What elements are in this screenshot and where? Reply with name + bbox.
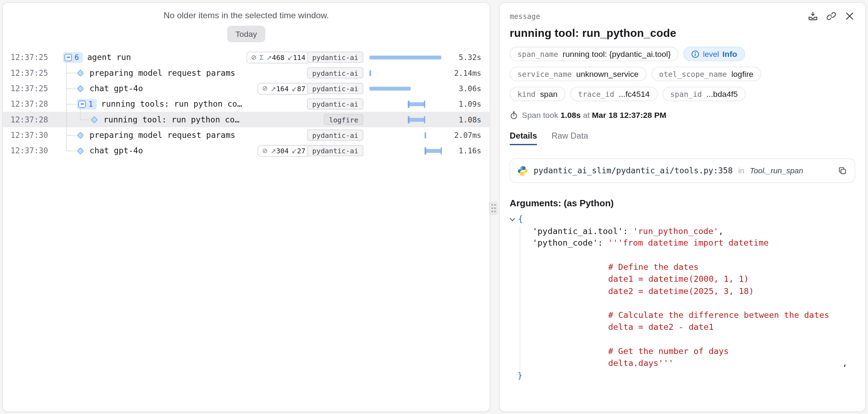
trace-row[interactable]: 12:37:281running tools: run_python_codep… <box>3 96 490 112</box>
code-line <box>520 334 855 346</box>
in-word: in <box>738 167 744 175</box>
info-icon <box>691 50 700 58</box>
span-duration-line: Span took 1.08s at Mar 18 12:37:28 PM <box>509 111 855 119</box>
trace-row[interactable]: 12:37:30preparing model request paramspy… <box>3 127 490 143</box>
child-count: 1 <box>88 100 93 108</box>
code-line: 'pydantic_ai.tool': 'run_python_code', <box>520 226 855 238</box>
span-time: 12:37:25 <box>11 53 57 62</box>
level-pill[interactable]: levelInfo <box>684 47 745 61</box>
collapse-box-icon <box>78 100 86 108</box>
collapse-toggle[interactable]: 1 <box>77 99 97 109</box>
close-icon[interactable] <box>844 11 855 22</box>
level-key: level <box>703 49 719 58</box>
open-brace: { <box>518 213 523 225</box>
attribute-value: running tool: {pydantic_ai.tool} <box>563 49 671 58</box>
record-kind-label: message <box>509 12 540 20</box>
arrow-up-right-icon: ↗ <box>270 85 276 93</box>
span-time: 12:37:25 <box>11 68 57 77</box>
code-location-card[interactable]: pydantic_ai_slim/pydantic_ai/tools.py:35… <box>509 159 855 183</box>
code-body: 'pydantic_ai.tool': 'run_python_code','p… <box>520 226 855 370</box>
attribute-key: span_name <box>518 49 558 58</box>
timeline-bar <box>369 70 371 76</box>
span-time: 12:37:25 <box>11 84 57 93</box>
circle-slash-icon: ⊘ <box>251 53 257 61</box>
span-diamond-icon <box>91 116 98 123</box>
attribute-pill-kind[interactable]: kindspan <box>509 87 565 101</box>
span-duration: 2.07ms <box>447 131 481 139</box>
span-label: preparing model request params <box>90 68 235 77</box>
logfire-live-view: No older items in the selected time wind… <box>0 0 868 414</box>
code-line: # Get the number of days <box>520 346 855 358</box>
attribute-value: ...bda4f5 <box>706 89 738 98</box>
python-icon <box>518 165 528 176</box>
arguments-code: { 'pydantic_ai.tool': 'run_python_code',… <box>509 213 855 381</box>
code-line: 'python_code': '''from datetime import d… <box>520 238 855 249</box>
span-duration: 5.32s <box>447 53 481 62</box>
child-count: 6 <box>74 53 79 61</box>
code-line: date2 = datetime(2025, 3, 18) <box>520 286 855 298</box>
panel-resize-handle[interactable] <box>489 202 498 214</box>
span-duration: 3.06s <box>447 84 481 93</box>
scope-tag: pydantic-ai <box>307 67 363 79</box>
input-tokens: 468 <box>272 53 285 62</box>
arrow-down-left-icon: ↙ <box>287 54 293 62</box>
attribute-key: trace_id <box>578 89 614 98</box>
timeline-bar <box>425 149 442 153</box>
sigma-icon: Σ <box>259 53 264 61</box>
trace-row[interactable]: 12:37:25preparing model request paramspy… <box>3 65 490 80</box>
level-value: Info <box>722 49 737 58</box>
attribute-pill-span_id[interactable]: span_id...bda4f5 <box>663 87 746 101</box>
output-tokens: 87 <box>297 85 305 93</box>
copy-path-icon[interactable] <box>837 166 848 176</box>
span-diamond-icon <box>77 69 84 76</box>
code-line: date1 = datetime(2000, 1, 1) <box>520 274 855 286</box>
code-line: delta = date2 - date1 <box>520 321 855 333</box>
empty-notice: No older items in the selected time wind… <box>3 11 490 21</box>
output-tokens: 114 <box>293 53 305 62</box>
attribute-pills: span_namerunning tool: {pydantic_ai.tool… <box>509 47 855 101</box>
arrow-up-right-icon: ↗ <box>267 54 272 62</box>
attribute-value: logfire <box>731 69 754 78</box>
span-time: 12:37:30 <box>11 131 57 139</box>
trailing-comma: , <box>842 358 855 369</box>
tab-details[interactable]: Details <box>509 131 537 145</box>
token-stats-pill: ⊘↗164↙87 <box>258 82 310 94</box>
trace-row[interactable]: 12:37:256agent run⊘Σ↗468↙114pydantic-ai5… <box>3 49 490 65</box>
scope-tag: logfire <box>324 114 363 125</box>
arrow-down-left-icon: ↙ <box>291 147 297 155</box>
trace-row[interactable]: 12:37:25chat gpt-4o⊘↗164↙87pydantic-ai3.… <box>3 81 490 96</box>
collapse-toggle[interactable]: 6 <box>63 52 83 62</box>
span-label: preparing model request params <box>90 131 235 139</box>
collapse-chevron-icon[interactable] <box>509 213 517 225</box>
span-time: 12:37:30 <box>11 146 57 155</box>
trace-row[interactable]: 12:37:28running tool: run_python_codelog… <box>3 112 490 127</box>
span-time: 12:37:28 <box>11 100 57 108</box>
span-label: chat gpt-4o <box>90 146 143 155</box>
trace-panel: No older items in the selected time wind… <box>2 2 490 412</box>
code-line: # Calculate the difference between the d… <box>520 309 855 321</box>
grip-dots-icon <box>491 207 493 209</box>
input-tokens: 164 <box>276 85 289 93</box>
circle-slash-icon: ⊘ <box>262 85 268 92</box>
code-line: # Define the dates <box>520 261 855 273</box>
attribute-key: kind <box>518 89 536 98</box>
detail-tabs: Details Raw Data <box>509 131 855 145</box>
arrow-down-left-icon: ↙ <box>291 85 297 93</box>
copy-link-icon[interactable] <box>826 11 837 22</box>
attribute-pill-trace_id[interactable]: trace_id...fc4514 <box>570 87 657 101</box>
span-label: running tools: run_python_code <box>101 100 242 108</box>
today-button[interactable]: Today <box>227 26 265 42</box>
save-view-icon[interactable] <box>807 11 818 22</box>
source-scope: Tool._run_span <box>750 166 803 175</box>
attribute-pill-service_name[interactable]: service_nameunknown_service <box>509 67 646 81</box>
span-diamond-icon <box>77 85 84 92</box>
attribute-pill-span_name[interactable]: span_namerunning tool: {pydantic_ai.tool… <box>509 47 678 61</box>
trace-rows: 12:37:256agent run⊘Σ↗468↙114pydantic-ai5… <box>3 49 490 159</box>
source-path: pydantic_ai_slim/pydantic_ai/tools.py:35… <box>534 166 733 175</box>
attribute-key: service_name <box>518 69 572 78</box>
attribute-pill-otel_scope_name[interactable]: otel_scope_namelogfire <box>651 67 761 81</box>
trace-row[interactable]: 12:37:30chat gpt-4o⊘↗304↙27pydantic-ai1.… <box>3 143 490 158</box>
tab-raw-data[interactable]: Raw Data <box>552 131 588 145</box>
attribute-value: ...fc4514 <box>619 89 650 98</box>
span-label: agent run <box>87 53 131 62</box>
